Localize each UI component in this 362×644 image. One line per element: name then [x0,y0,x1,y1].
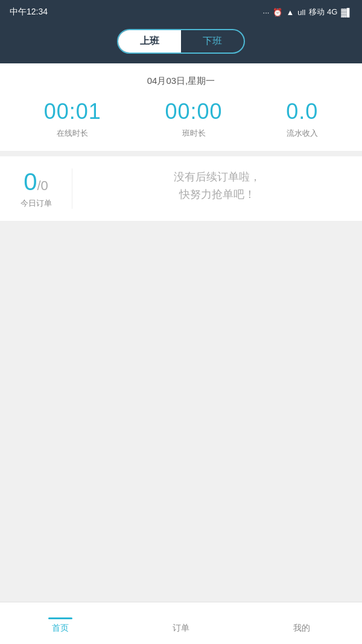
status-time: 中午12:34 [10,7,48,18]
online-time-value: 00:01 [44,99,101,124]
orders-empty-line2: 快努力抢单吧！ [179,188,255,200]
orders-label: 今日订单 [21,198,52,209]
orders-section: 0/0 今日订单 没有后续订单啦， 快努力抢单吧！ [0,156,362,222]
revenue-label: 流水收入 [287,128,318,139]
alarm-icon: ⏰ [273,8,282,17]
header: 上班 下班 [0,24,362,63]
bottom-nav: 首页 订单 我的 [0,602,362,644]
battery-icon: ▓▌ [341,8,352,17]
ellipsis-icon: ··· [263,8,270,17]
stats-row: 00:01 在线时长 00:00 班时长 0.0 流水收入 [0,93,362,151]
main-content: 04月03日,星期一 00:01 在线时长 00:00 班时长 0.0 流水收入… [0,63,362,602]
nav-orders-label: 订单 [173,623,189,634]
orders-count-block: 0/0 今日订单 [12,168,72,209]
carrier-label: 移动 4G [309,7,337,18]
nav-profile-bar [290,617,314,619]
orders-empty-line1: 没有后续订单啦， [174,171,261,183]
empty-area [0,222,362,602]
orders-empty-message: 没有后续订单啦， 快努力抢单吧！ [174,168,261,203]
stat-shift-time: 00:00 班时长 [165,99,222,139]
shift-time-label: 班时长 [182,128,206,139]
status-icons: ··· ⏰ ▲ ull 移动 4G ▓▌ [263,7,352,18]
orders-denominator: /0 [37,178,48,193]
section-divider [0,151,362,156]
wifi-icon: ▲ [286,8,294,17]
toggle-off-shift[interactable]: 下班 [181,30,244,53]
orders-current: 0 [24,168,37,195]
toggle-on-shift[interactable]: 上班 [118,30,181,53]
nav-home[interactable]: 首页 [0,613,121,634]
orders-count-display: 0/0 [24,168,48,196]
shift-toggle[interactable]: 上班 下班 [117,29,245,54]
revenue-value: 0.0 [286,99,318,124]
orders-message: 没有后续订单啦， 快努力抢单吧！ [72,168,350,203]
stat-revenue: 0.0 流水收入 [286,99,318,139]
nav-profile-label: 我的 [293,623,310,634]
nav-home-bar [48,617,72,619]
stat-online-time: 00:01 在线时长 [44,99,101,139]
nav-home-label: 首页 [52,623,69,634]
nav-orders[interactable]: 订单 [121,613,241,634]
status-bar: 中午12:34 ··· ⏰ ▲ ull 移动 4G ▓▌ [0,0,362,24]
date-display: 04月03日,星期一 [0,63,362,93]
online-time-label: 在线时长 [57,128,88,139]
shift-time-value: 00:00 [165,99,222,124]
nav-profile[interactable]: 我的 [241,613,362,634]
signal-icon: ull [297,8,305,17]
nav-orders-bar [169,617,193,619]
